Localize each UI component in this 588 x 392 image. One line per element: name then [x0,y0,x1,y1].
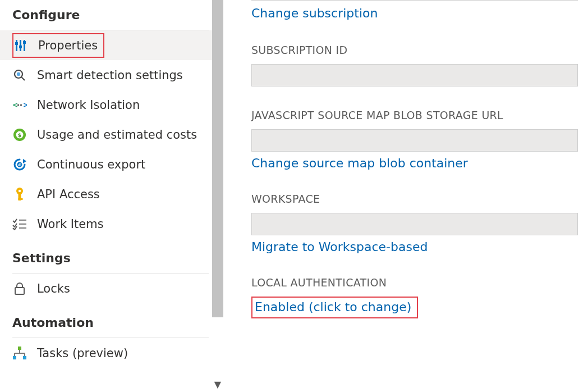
work-items-icon [12,217,27,231]
properties-icon [13,38,28,53]
svg-rect-18 [18,164,19,166]
sidebar-item-label: Locks [37,282,70,295]
sidebar-item-label: Usage and estimated costs [37,128,197,142]
sidebar: Configure Properties [0,0,223,392]
chevron-down-icon[interactable]: ▼ [212,379,223,390]
sidebar-item-label: Work Items [37,217,104,231]
locks-icon [12,281,27,296]
svg-point-22 [19,189,21,192]
smart-detection-icon [12,68,27,83]
sidebar-scrollbar[interactable]: ▼ [212,0,223,392]
workspace-label: WORKSPACE [251,193,588,205]
sidebar-item-locks[interactable]: Locks [0,274,223,303]
workspace-field[interactable] [251,213,578,235]
sidebar-item-label: Tasks (preview) [37,347,128,360]
svg-point-7 [17,72,20,75]
sourcemap-field[interactable] [251,129,578,152]
svg-rect-28 [15,288,24,294]
migrate-workspace-link[interactable]: Migrate to Workspace-based [251,240,428,254]
svg-rect-34 [13,356,16,359]
sidebar-item-api-access[interactable]: API Access [0,179,223,209]
svg-marker-16 [23,159,26,163]
svg-rect-19 [19,163,20,166]
svg-rect-4 [19,45,22,48]
continuous-export-icon [12,157,27,172]
network-isolation-icon: < > [12,98,27,112]
svg-line-8 [21,77,25,80]
svg-text:>: > [23,101,27,109]
sidebar-item-work-items[interactable]: Work Items [0,209,223,239]
sidebar-item-network-isolation[interactable]: < > Network Isolation [0,90,223,120]
svg-rect-35 [23,356,26,359]
main-pane: Change subscription SUBSCRIPTION ID JAVA… [223,0,588,392]
change-sourcemap-link[interactable]: Change source map blob container [251,156,468,170]
change-subscription-link[interactable]: Change subscription [251,6,378,20]
section-title-settings: Settings [0,239,223,273]
local-auth-highlight: Enabled (click to change) [251,297,418,318]
svg-rect-5 [23,41,26,44]
usage-costs-icon: $ [12,127,27,142]
sidebar-item-label: Network Isolation [37,98,140,112]
sourcemap-label: JAVASCRIPT SOURCE MAP BLOB STORAGE URL [251,109,588,121]
subscription-id-label: SUBSCRIPTION ID [251,44,588,56]
svg-rect-20 [21,162,21,166]
svg-rect-3 [15,42,18,45]
local-auth-toggle-link[interactable]: Enabled (click to change) [255,300,411,314]
svg-rect-0 [16,40,17,51]
sidebar-item-label: Smart detection settings [37,69,183,82]
sidebar-item-label: Continuous export [37,158,145,171]
svg-text:<: < [12,101,18,109]
svg-point-11 [20,104,22,106]
svg-rect-24 [19,198,23,200]
sidebar-item-smart-detection[interactable]: Smart detection settings [0,60,223,90]
api-access-icon [12,187,27,202]
section-title-automation: Automation [0,303,223,338]
svg-rect-29 [18,347,21,350]
subscription-id-field[interactable] [251,64,578,86]
local-auth-label: LOCAL AUTHENTICATION [251,276,588,289]
sidebar-item-label: API Access [37,188,100,201]
section-title-configure: Configure [0,0,223,30]
tasks-icon [12,346,27,361]
sidebar-item-properties[interactable]: Properties [0,30,223,60]
sidebar-item-tasks[interactable]: Tasks (preview) [0,338,223,368]
sidebar-item-continuous-export[interactable]: Continuous export [0,149,223,179]
sidebar-item-label: Properties [38,39,98,52]
sidebar-item-usage-costs[interactable]: $ Usage and estimated costs [0,120,223,149]
svg-point-10 [17,104,19,106]
svg-text:$: $ [18,132,21,138]
